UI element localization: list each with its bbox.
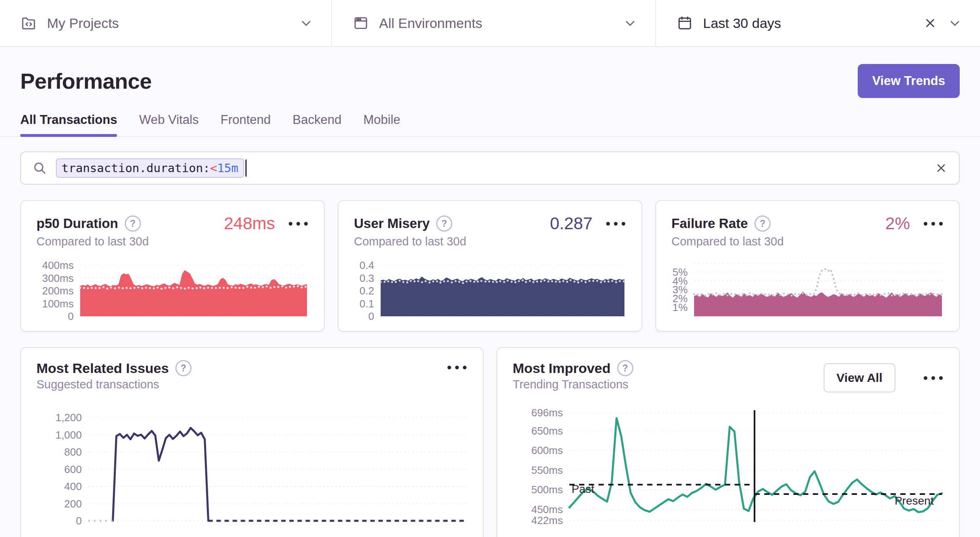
environment-selector-label: All Environments xyxy=(379,15,482,31)
svg-text:800: 800 xyxy=(64,446,82,458)
card-menu-button[interactable] xyxy=(605,219,626,228)
svg-text:100ms: 100ms xyxy=(42,298,74,310)
svg-text:1%: 1% xyxy=(672,301,688,313)
most-related-issues-chart: 1,2001,0008006004002000 xyxy=(36,406,467,527)
card-title: User Misery xyxy=(354,216,430,231)
tab-backend[interactable]: Backend xyxy=(293,113,342,136)
p50-duration-chart: 400ms300ms200ms100ms0 xyxy=(36,256,309,323)
svg-text:696ms: 696ms xyxy=(531,407,563,419)
tab-web-vitals[interactable]: Web Vitals xyxy=(139,113,198,136)
svg-text:600: 600 xyxy=(64,463,82,475)
card-menu-button[interactable] xyxy=(288,219,309,228)
svg-text:Present: Present xyxy=(895,494,934,507)
svg-text:300ms: 300ms xyxy=(42,272,74,284)
svg-text:Past: Past xyxy=(572,483,594,495)
project-folder-icon xyxy=(20,15,37,32)
tab-frontend[interactable]: Frontend xyxy=(221,113,271,136)
svg-text:0.2: 0.2 xyxy=(360,285,374,297)
card-subtitle: Compared to last 30d xyxy=(354,235,626,248)
svg-text:0.1: 0.1 xyxy=(360,298,374,310)
svg-text:422ms: 422ms xyxy=(531,514,563,526)
tab-mobile[interactable]: Mobile xyxy=(363,113,400,136)
date-range-label: Last 30 days xyxy=(703,15,781,31)
card-p50-duration: p50 Duration ? 248ms Compared to last 30… xyxy=(20,200,325,332)
svg-text:550ms: 550ms xyxy=(531,464,563,476)
most-improved-chart: 696ms650ms600ms550ms500ms450ms422msPastP… xyxy=(513,407,944,528)
card-menu-button[interactable] xyxy=(447,363,467,372)
chevron-down-icon xyxy=(299,16,313,30)
svg-text:1,000: 1,000 xyxy=(55,429,82,441)
card-menu-button[interactable] xyxy=(923,374,944,382)
card-menu-button[interactable] xyxy=(923,219,944,228)
clear-date-range-icon[interactable] xyxy=(923,16,937,30)
metric-cards-row: p50 Duration ? 248ms Compared to last 30… xyxy=(20,200,960,332)
p50-value: 248ms xyxy=(224,214,275,233)
svg-text:0.3: 0.3 xyxy=(360,272,374,284)
card-title: Failure Rate xyxy=(671,216,748,231)
svg-text:650ms: 650ms xyxy=(531,425,563,437)
card-title: p50 Duration xyxy=(36,216,118,231)
tab-bar: All Transactions Web Vitals Frontend Bac… xyxy=(0,113,980,137)
page-title: Performance xyxy=(20,68,152,94)
svg-text:600ms: 600ms xyxy=(531,444,563,456)
card-most-improved: Most Improved ? Trending Transactions Vi… xyxy=(496,347,960,537)
svg-text:400ms: 400ms xyxy=(42,259,74,271)
tab-all-transactions[interactable]: All Transactions xyxy=(20,113,117,136)
view-trends-button[interactable]: View Trends xyxy=(858,64,960,98)
card-title: Most Related Issues xyxy=(36,360,169,376)
svg-text:1,200: 1,200 xyxy=(55,411,82,424)
svg-text:450ms: 450ms xyxy=(531,503,563,516)
help-icon[interactable]: ? xyxy=(754,215,771,232)
project-selector-label: My Projects xyxy=(47,15,119,31)
chevron-down-icon xyxy=(948,16,962,30)
svg-text:0: 0 xyxy=(68,310,74,322)
search-input[interactable]: transaction.duration:<15m xyxy=(20,151,960,185)
svg-text:400: 400 xyxy=(64,480,82,492)
widget-cards-row: Most Related Issues ? Suggested transact… xyxy=(20,347,960,537)
top-filter-bar: My Projects All Environments Last 30 day… xyxy=(0,0,980,47)
date-range-selector[interactable]: Last 30 days xyxy=(656,0,980,46)
svg-text:200: 200 xyxy=(64,498,82,510)
search-icon xyxy=(32,161,47,175)
card-subtitle: Compared to last 30d xyxy=(36,235,309,248)
project-selector[interactable]: My Projects xyxy=(0,0,332,46)
card-subtitle: Trending Transactions xyxy=(513,378,633,391)
search-section: transaction.duration:<15m xyxy=(20,151,960,185)
text-caret xyxy=(245,160,247,177)
help-icon[interactable]: ? xyxy=(175,360,192,376)
card-failure-rate: Failure Rate ? 2% Compared to last 30d 5… xyxy=(655,200,960,332)
card-most-related-issues: Most Related Issues ? Suggested transact… xyxy=(20,347,484,537)
svg-text:0: 0 xyxy=(76,515,82,527)
svg-text:500ms: 500ms xyxy=(531,484,563,496)
svg-text:0.4: 0.4 xyxy=(360,259,374,271)
help-icon[interactable]: ? xyxy=(617,360,633,376)
user-misery-chart: 0.40.30.20.10 xyxy=(354,256,626,323)
environment-window-icon xyxy=(352,15,369,32)
card-subtitle: Compared to last 30d xyxy=(671,235,944,248)
search-filter-token[interactable]: transaction.duration:<15m xyxy=(56,158,244,178)
environment-selector[interactable]: All Environments xyxy=(332,0,656,46)
view-all-button[interactable]: View All xyxy=(824,363,895,392)
page-header: Performance View Trends xyxy=(0,47,980,98)
help-icon[interactable]: ? xyxy=(436,215,452,232)
failure-rate-value: 2% xyxy=(885,214,910,233)
chevron-down-icon xyxy=(623,16,637,30)
card-subtitle: Suggested transactions xyxy=(36,378,192,391)
clear-search-icon[interactable] xyxy=(935,162,948,175)
svg-text:0: 0 xyxy=(369,310,374,322)
help-icon[interactable]: ? xyxy=(125,215,141,232)
user-misery-value: 0.287 xyxy=(550,214,592,233)
active-tab-indicator xyxy=(20,134,117,137)
failure-rate-chart: 5%4%3%2%1% xyxy=(671,256,944,323)
svg-text:200ms: 200ms xyxy=(42,285,74,297)
card-title: Most Improved xyxy=(513,360,611,376)
card-user-misery: User Misery ? 0.287 Compared to last 30d… xyxy=(338,200,642,332)
calendar-icon xyxy=(676,15,693,32)
